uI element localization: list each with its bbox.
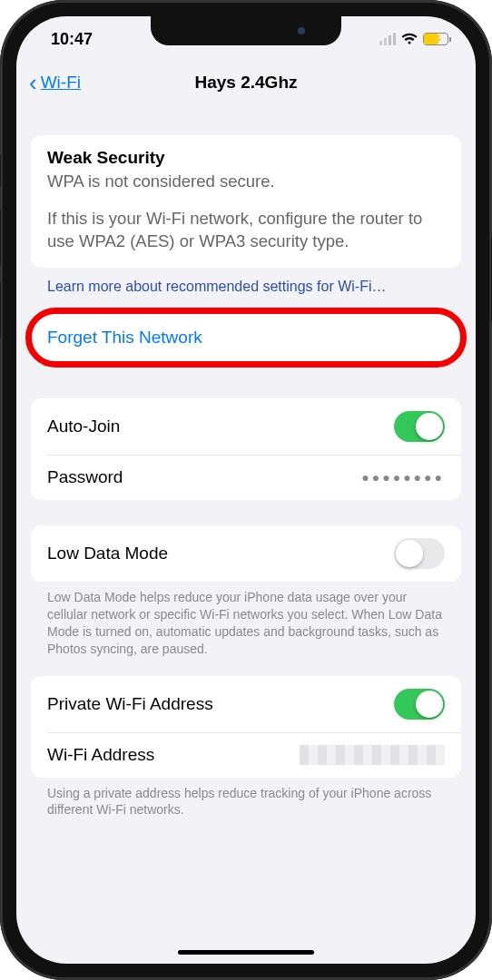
battery-icon: ⚡	[423, 33, 448, 45]
weak-security-card: Weak Security WPA is not considered secu…	[31, 135, 461, 268]
password-value: ●●●●●●●●	[361, 470, 445, 485]
cellular-icon	[379, 33, 396, 45]
wifi-address-label: Wi-Fi Address	[47, 745, 154, 765]
low-data-row: Low Data Mode	[31, 525, 461, 582]
low-data-label: Low Data Mode	[47, 544, 168, 564]
auto-join-toggle[interactable]	[394, 411, 445, 442]
status-time: 10:47	[51, 30, 93, 49]
auto-join-label: Auto-Join	[47, 416, 120, 436]
weak-security-desc: If this is your Wi-Fi network, configure…	[47, 208, 445, 253]
back-label: Wi-Fi	[41, 73, 81, 93]
wifi-address-value-redacted	[300, 745, 445, 765]
screen: 10:47 ⚡ ‹ Wi-Fi Hays 2.4Ghz	[16, 16, 476, 964]
low-data-toggle[interactable]	[394, 538, 445, 569]
wifi-icon	[401, 33, 418, 45]
private-address-desc: Using a private address helps reduce tra…	[31, 778, 461, 819]
weak-security-title: Weak Security	[47, 148, 445, 168]
private-address-toggle[interactable]	[394, 689, 445, 720]
low-data-desc: Low Data Mode helps reduce your iPhone d…	[31, 582, 461, 658]
page-title: Hays 2.4Ghz	[195, 73, 298, 93]
chevron-left-icon: ‹	[29, 71, 37, 94]
silence-switch	[0, 154, 1, 187]
volume-down-button	[0, 281, 1, 339]
private-address-row: Private Wi-Fi Address	[31, 676, 461, 732]
learn-more-link[interactable]: Learn more about recommended settings fo…	[31, 268, 461, 304]
forget-network-button[interactable]: Forget This Network	[31, 313, 461, 362]
password-row[interactable]: Password ●●●●●●●●	[31, 455, 461, 500]
low-data-group: Low Data Mode	[31, 525, 461, 582]
nav-bar: ‹ Wi-Fi Hays 2.4Ghz	[16, 62, 476, 103]
notch	[151, 16, 341, 45]
auto-join-row: Auto-Join	[31, 398, 461, 455]
wifi-address-row: Wi-Fi Address	[31, 732, 461, 778]
phone-frame: 10:47 ⚡ ‹ Wi-Fi Hays 2.4Ghz	[0, 0, 492, 980]
volume-up-button	[0, 209, 1, 267]
connection-settings-group: Auto-Join Password ●●●●●●●●	[31, 398, 461, 500]
password-label: Password	[47, 467, 123, 487]
back-button[interactable]: ‹ Wi-Fi	[29, 71, 81, 94]
privacy-group: Private Wi-Fi Address Wi-Fi Address	[31, 676, 461, 778]
private-address-label: Private Wi-Fi Address	[47, 694, 213, 714]
home-indicator[interactable]	[178, 950, 314, 955]
weak-security-subtitle: WPA is not considered secure.	[47, 172, 445, 191]
